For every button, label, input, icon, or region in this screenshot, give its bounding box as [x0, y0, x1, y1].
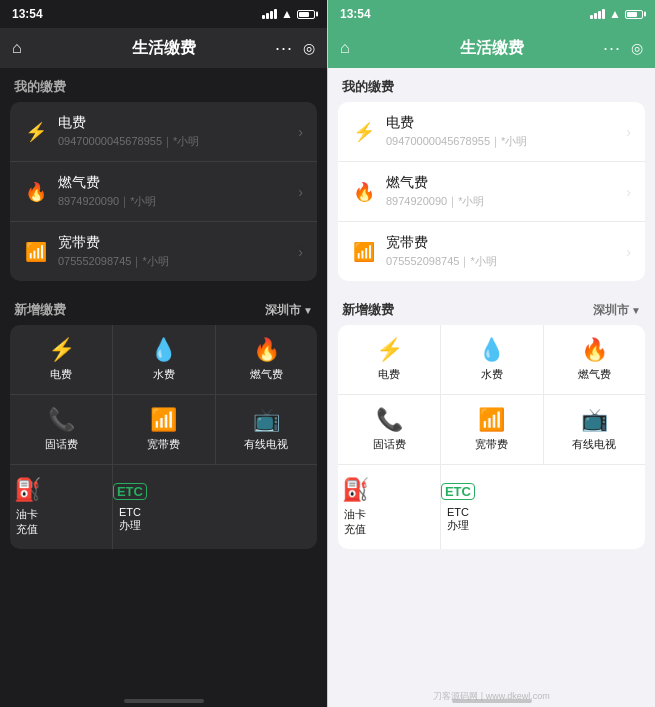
light-home-icon[interactable]: ⌂: [340, 39, 350, 57]
light-gas-account: 8974920090｜*小明: [386, 194, 616, 209]
light-electricity-arrow: ›: [626, 124, 631, 140]
dark-service-etc[interactable]: ETC ETC办理: [112, 465, 146, 549]
dark-service-gas[interactable]: 🔥 燃气费: [215, 325, 317, 394]
light-bill-gas[interactable]: 🔥 燃气费 8974920090｜*小明 ›: [338, 161, 645, 221]
light-broadband-icon: 📶: [352, 241, 376, 263]
dark-broadband-info: 宽带费 075552098745｜*小明: [58, 234, 288, 269]
light-more-icon[interactable]: ···: [603, 38, 621, 59]
dark-bill-broadband[interactable]: 📶 宽带费 075552098745｜*小明 ›: [10, 221, 317, 281]
dark-service-gas-label: 燃气费: [250, 367, 283, 382]
dark-new-bills-label: 新增缴费: [14, 301, 66, 319]
dark-service-gas-icon: 🔥: [253, 339, 280, 361]
light-gas-name: 燃气费: [386, 174, 616, 192]
dark-service-electricity-icon: ⚡: [48, 339, 75, 361]
light-services-row-1: ⚡ 电费 💧 水费 🔥 燃气费: [338, 325, 645, 394]
light-service-tv-icon: 📺: [581, 409, 608, 431]
light-services-grid: ⚡ 电费 💧 水费 🔥 燃气费 📞 固话费 📶: [338, 325, 645, 549]
light-service-etc[interactable]: ETC ETC办理: [440, 465, 474, 549]
dark-services-row-1: ⚡ 电费 💧 水费 🔥 燃气费: [10, 325, 317, 394]
dark-broadband-name: 宽带费: [58, 234, 288, 252]
light-service-fuel[interactable]: ⛽ 油卡充值: [338, 465, 372, 549]
dark-electricity-icon: ⚡: [24, 121, 48, 143]
dark-broadband-account: 075552098745｜*小明: [58, 254, 288, 269]
dark-broadband-icon: 📶: [24, 241, 48, 263]
dark-service-fuel[interactable]: ⛽ 油卡充值: [10, 465, 44, 549]
dark-service-phone-label: 固话费: [45, 437, 78, 452]
dark-city-name: 深圳市: [265, 302, 301, 319]
light-service-etc-icon: ETC: [441, 483, 475, 500]
dark-new-bills-header: 新增缴费 深圳市 ▼: [0, 291, 327, 325]
dark-service-phone[interactable]: 📞 固话费: [10, 395, 112, 464]
light-electricity-icon: ⚡: [352, 121, 376, 143]
dark-service-electricity[interactable]: ⚡ 电费: [10, 325, 112, 394]
dark-services-grid: ⚡ 电费 💧 水费 🔥 燃气费 📞 固话费 📶: [10, 325, 317, 549]
light-city-name: 深圳市: [593, 302, 629, 319]
dark-bills-card: ⚡ 电费 09470000045678955｜*小明 › 🔥 燃气费 89749…: [10, 102, 317, 281]
dark-services-row-3: ⛽ 油卡充值 ETC ETC办理: [10, 464, 317, 549]
light-navbar: ⌂ 生活缴费 ··· ◎: [328, 28, 655, 68]
dark-service-broadband-label: 宽带费: [147, 437, 180, 452]
light-broadband-arrow: ›: [626, 244, 631, 260]
light-wifi-icon: ▲: [609, 7, 621, 21]
dark-electricity-name: 电费: [58, 114, 288, 132]
light-bill-broadband[interactable]: 📶 宽带费 075552098745｜*小明 ›: [338, 221, 645, 281]
light-service-broadband[interactable]: 📶 宽带费: [440, 395, 542, 464]
light-bill-electricity[interactable]: ⚡ 电费 09470000045678955｜*小明 ›: [338, 102, 645, 161]
light-service-phone[interactable]: 📞 固话费: [338, 395, 440, 464]
light-service-gas-icon: 🔥: [581, 339, 608, 361]
light-service-water[interactable]: 💧 水费: [440, 325, 542, 394]
light-new-bills-label: 新增缴费: [342, 301, 394, 319]
light-gas-icon: 🔥: [352, 181, 376, 203]
dark-electricity-account: 09470000045678955｜*小明: [58, 134, 288, 149]
light-broadband-name: 宽带费: [386, 234, 616, 252]
light-service-electricity-icon: ⚡: [376, 339, 403, 361]
light-service-electricity[interactable]: ⚡ 电费: [338, 325, 440, 394]
dark-more-icon[interactable]: ···: [275, 38, 293, 59]
dark-home-bar: [124, 699, 204, 703]
light-service-broadband-label: 宽带费: [475, 437, 508, 452]
dark-gas-arrow: ›: [298, 184, 303, 200]
light-my-bills-header: 我的缴费: [328, 68, 655, 102]
dark-city-arrow-icon: ▼: [303, 305, 313, 316]
dark-bottom-indicator: [0, 693, 327, 707]
dark-gas-info: 燃气费 8974920090｜*小明: [58, 174, 288, 209]
light-service-phone-icon: 📞: [376, 409, 403, 431]
light-electricity-account: 09470000045678955｜*小明: [386, 134, 616, 149]
dark-my-bills-header: 我的缴费: [0, 68, 327, 102]
light-broadband-account: 075552098745｜*小明: [386, 254, 616, 269]
dark-wifi-icon: ▲: [281, 7, 293, 21]
light-service-gas-label: 燃气费: [578, 367, 611, 382]
dark-service-broadband[interactable]: 📶 宽带费: [112, 395, 214, 464]
light-service-gas[interactable]: 🔥 燃气费: [543, 325, 645, 394]
dark-service-tv[interactable]: 📺 有线电视: [215, 395, 317, 464]
light-service-water-label: 水费: [481, 367, 503, 382]
light-city-selector[interactable]: 深圳市 ▼: [593, 302, 641, 319]
dark-service-fuel-icon: ⛽: [14, 479, 41, 501]
dark-city-selector[interactable]: 深圳市 ▼: [265, 302, 313, 319]
light-broadband-info: 宽带费 075552098745｜*小明: [386, 234, 616, 269]
dark-status-bar: 13:54 ▲: [0, 0, 327, 28]
light-settings-icon[interactable]: ◎: [631, 40, 643, 56]
light-gas-arrow: ›: [626, 184, 631, 200]
dark-broadband-arrow: ›: [298, 244, 303, 260]
dark-home-icon[interactable]: ⌂: [12, 39, 22, 57]
dark-navbar: ⌂ 生活缴费 ··· ◎: [0, 28, 327, 68]
light-service-fuel-icon: ⛽: [342, 479, 369, 501]
dark-bill-gas[interactable]: 🔥 燃气费 8974920090｜*小明 ›: [10, 161, 317, 221]
dark-time: 13:54: [12, 7, 43, 21]
dark-service-broadband-icon: 📶: [150, 409, 177, 431]
dark-signal-icon: [262, 9, 277, 19]
light-services-row-2: 📞 固话费 📶 宽带费 📺 有线电视: [338, 394, 645, 464]
dark-services-row-2: 📞 固话费 📶 宽带费 📺 有线电视: [10, 394, 317, 464]
dark-gas-icon: 🔥: [24, 181, 48, 203]
light-service-tv[interactable]: 📺 有线电视: [543, 395, 645, 464]
light-electricity-name: 电费: [386, 114, 616, 132]
light-electricity-info: 电费 09470000045678955｜*小明: [386, 114, 616, 149]
dark-service-water[interactable]: 💧 水费: [112, 325, 214, 394]
light-battery-icon: [625, 10, 643, 19]
light-signal-icon: [590, 9, 605, 19]
dark-status-icons: ▲: [262, 7, 315, 21]
dark-bill-electricity[interactable]: ⚡ 电费 09470000045678955｜*小明 ›: [10, 102, 317, 161]
dark-electricity-arrow: ›: [298, 124, 303, 140]
dark-settings-icon[interactable]: ◎: [303, 40, 315, 56]
